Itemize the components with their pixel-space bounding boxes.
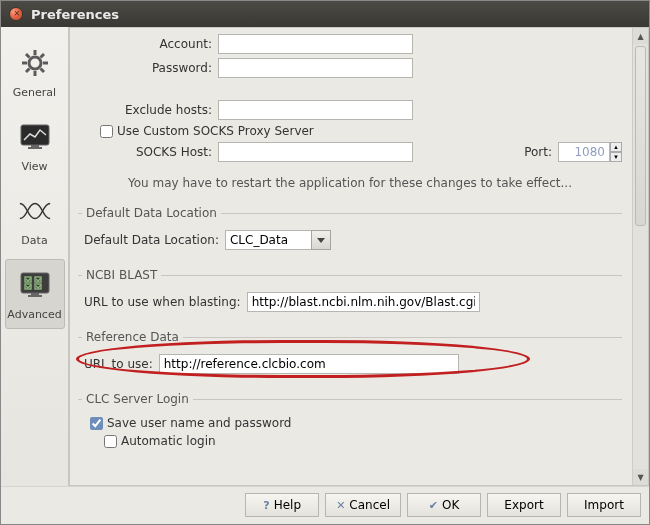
use-custom-socks-label: Use Custom SOCKS Proxy Server	[117, 124, 314, 138]
account-input[interactable]	[218, 34, 413, 54]
vertical-scrollbar[interactable]: ▲ ▼	[632, 28, 648, 485]
sidebar-item-label: View	[21, 160, 47, 173]
close-icon[interactable]	[9, 7, 23, 21]
port-stepper[interactable]: ▲ ▼	[610, 142, 622, 162]
sidebar-item-label: Data	[21, 234, 47, 247]
svg-rect-10	[31, 145, 39, 147]
reference-url-label: URL to use:	[82, 357, 159, 371]
help-icon: ?	[263, 499, 269, 512]
exclude-hosts-label: Exclude hosts:	[78, 103, 218, 117]
sidebar-item-label: Advanced	[7, 308, 61, 321]
monitor-chart-icon	[18, 120, 52, 154]
reference-url-input[interactable]	[159, 354, 459, 374]
sidebar-item-advanced[interactable]: Advanced	[5, 259, 65, 329]
use-custom-socks-checkbox[interactable]	[100, 125, 113, 138]
sidebar-item-data[interactable]: Data	[5, 185, 65, 255]
svg-rect-17	[31, 293, 39, 295]
reference-data-group: Reference Data URL to use:	[78, 330, 622, 384]
cancel-button-label: Cancel	[349, 498, 390, 512]
titlebar: Preferences	[1, 1, 649, 27]
reference-data-legend: Reference Data	[82, 330, 183, 344]
account-label: Account:	[78, 37, 218, 51]
close-icon: ✕	[336, 499, 345, 512]
ncbi-blast-group: NCBI BLAST URL to use when blasting:	[78, 268, 622, 322]
import-button[interactable]: Import	[567, 493, 641, 517]
help-button-label: Help	[274, 498, 301, 512]
dialog-body: General View Data Advanced	[1, 27, 649, 486]
svg-rect-9	[21, 125, 49, 145]
gear-icon	[18, 46, 52, 80]
scroll-down-arrow-icon[interactable]: ▼	[633, 469, 648, 485]
import-button-label: Import	[584, 498, 624, 512]
svg-rect-11	[28, 147, 42, 149]
svg-marker-19	[317, 238, 325, 243]
svg-rect-18	[28, 295, 42, 297]
clc-server-login-legend: CLC Server Login	[82, 392, 193, 406]
sidebar-item-label: General	[13, 86, 56, 99]
sidebar-item-general[interactable]: General	[5, 37, 65, 107]
exclude-hosts-input[interactable]	[218, 100, 413, 120]
ok-button[interactable]: ✔OK	[407, 493, 481, 517]
window-title: Preferences	[31, 7, 119, 22]
export-button[interactable]: Export	[487, 493, 561, 517]
svg-line-6	[40, 68, 44, 72]
help-button[interactable]: ?Help	[245, 493, 319, 517]
blast-url-label: URL to use when blasting:	[82, 295, 247, 309]
dna-icon	[18, 194, 52, 228]
password-input[interactable]	[218, 58, 413, 78]
svg-line-7	[26, 68, 30, 72]
blast-url-input[interactable]	[247, 292, 480, 312]
port-step-up[interactable]: ▲	[610, 142, 622, 152]
sidebar-item-view[interactable]: View	[5, 111, 65, 181]
category-sidebar: General View Data Advanced	[1, 27, 69, 486]
port-label: Port:	[518, 145, 558, 159]
svg-line-8	[40, 54, 44, 58]
button-bar: ?Help ✕Cancel ✔OK Export Import	[1, 486, 649, 524]
ok-button-label: OK	[442, 498, 459, 512]
preferences-dialog: Preferences General View Data	[0, 0, 650, 525]
advanced-checklist-icon	[18, 268, 52, 302]
password-label: Password:	[78, 61, 218, 75]
save-credentials-label: Save user name and password	[107, 416, 291, 430]
default-data-location-label: Default Data Location:	[82, 233, 225, 247]
socks-host-label: SOCKS Host:	[78, 145, 218, 159]
check-icon: ✔	[429, 499, 438, 512]
socks-host-input[interactable]	[218, 142, 413, 162]
automatic-login-checkbox[interactable]	[104, 435, 117, 448]
restart-note: You may have to restart the application …	[128, 166, 572, 198]
reference-data-highlight: URL to use:	[82, 354, 620, 374]
chevron-down-icon[interactable]	[311, 230, 331, 250]
content-area: ▲ ▼ Account: Password: Exclud	[69, 27, 649, 486]
svg-rect-12	[21, 273, 49, 293]
save-credentials-checkbox[interactable]	[90, 417, 103, 430]
scroll-pane: ▲ ▼ Account: Password: Exclud	[69, 27, 649, 486]
default-data-location-legend: Default Data Location	[82, 206, 221, 220]
default-data-location-select[interactable]	[225, 230, 331, 250]
settings-panel: Account: Password: Exclude hosts:	[70, 28, 648, 465]
automatic-login-label: Automatic login	[121, 434, 216, 448]
ncbi-blast-legend: NCBI BLAST	[82, 268, 161, 282]
cancel-button[interactable]: ✕Cancel	[325, 493, 401, 517]
svg-line-5	[26, 54, 30, 58]
export-button-label: Export	[504, 498, 543, 512]
default-data-location-group: Default Data Location Default Data Locat…	[78, 206, 622, 260]
scroll-up-arrow-icon[interactable]: ▲	[633, 28, 648, 44]
svg-point-0	[29, 57, 41, 69]
port-input[interactable]	[558, 142, 610, 162]
default-data-location-value[interactable]	[225, 230, 311, 250]
clc-server-login-group: CLC Server Login Save user name and pass…	[78, 392, 622, 457]
scroll-thumb[interactable]	[635, 46, 646, 226]
port-step-down[interactable]: ▼	[610, 152, 622, 162]
